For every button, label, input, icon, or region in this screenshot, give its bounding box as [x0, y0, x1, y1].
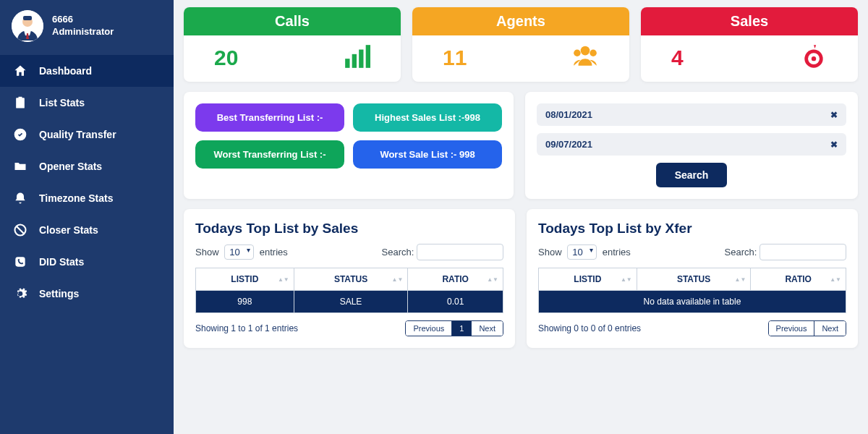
nav-opener-stats-label: Opener Stats: [39, 161, 102, 172]
kpi-sales-value: 4: [671, 46, 684, 70]
kpi-row: Calls 20 Agents 11 Sales 4: [184, 7, 858, 82]
profile-text: 6666 Administrator: [52, 14, 114, 38]
kpi-agents-value: 11: [443, 46, 467, 70]
target-icon: [800, 43, 827, 73]
cell-ratio: 0.01: [408, 291, 503, 313]
svg-point-11: [581, 46, 590, 56]
nav-list-stats[interactable]: List Stats: [0, 87, 174, 119]
table-row[interactable]: 998 SALE 0.01: [196, 291, 503, 313]
date-to-value: 09/07/2021: [545, 139, 592, 150]
col-status[interactable]: STATUS▲▼: [294, 268, 408, 291]
sales-page-1[interactable]: 1: [451, 321, 471, 336]
home-icon: [13, 64, 27, 78]
col-status[interactable]: STATUS▲▼: [637, 268, 751, 291]
cell-listid: 998: [196, 291, 294, 313]
col-listid[interactable]: LISTID▲▼: [196, 268, 294, 291]
nav-closer-stats[interactable]: Closer Stats: [0, 214, 174, 246]
svg-rect-6: [15, 257, 25, 266]
nav-closer-stats-label: Closer Stats: [39, 224, 98, 236]
nav: Dashboard List Stats Quality Transfer Op…: [0, 52, 174, 310]
sales-page-size-select[interactable]: 10: [224, 244, 254, 260]
worst-transfer-pill[interactable]: Worst Transferring List :-: [195, 140, 344, 169]
nav-opener-stats[interactable]: Opener Stats: [0, 150, 174, 182]
phone-icon: [13, 255, 27, 269]
highest-sales-pill[interactable]: Highest Sales List :-998: [353, 103, 502, 132]
xfer-next-button[interactable]: Next: [814, 321, 846, 336]
search-label: Search:: [725, 247, 757, 258]
sidebar: 6666 Administrator Dashboard List Stats …: [0, 0, 174, 434]
svg-line-5: [17, 226, 24, 234]
xfer-page-size-select[interactable]: 10: [567, 244, 597, 260]
sales-table-title: Todays Top List by Sales: [195, 221, 503, 237]
nav-did-stats[interactable]: DID Stats: [0, 246, 174, 278]
sales-search-control: Search:: [382, 244, 503, 260]
sort-icon: ▲▼: [487, 277, 498, 282]
profile-id: 6666: [52, 14, 114, 26]
kpi-sales-title: Sales: [641, 7, 858, 35]
col-ratio[interactable]: RATIO▲▼: [408, 268, 503, 291]
kpi-calls-title: Calls: [184, 7, 401, 35]
kpi-sales[interactable]: Sales 4: [641, 7, 858, 82]
cell-status: SALE: [294, 291, 408, 313]
worst-sale-pill[interactable]: Worst Sale List :- 998: [353, 140, 502, 169]
sales-pager: Previous 1 Next: [405, 320, 503, 336]
sales-table-info: Showing 1 to 1 of 1 entries: [195, 323, 298, 333]
sort-icon: ▲▼: [392, 277, 404, 282]
sales-next-button[interactable]: Next: [471, 321, 503, 336]
svg-point-12: [574, 50, 581, 57]
clear-from-icon[interactable]: ✖: [830, 110, 838, 120]
clipboard-icon: [13, 95, 27, 110]
nav-list-stats-label: List Stats: [39, 97, 85, 109]
sort-icon: ▲▼: [735, 277, 746, 282]
folder-icon: [13, 159, 27, 174]
nav-quality-transfer[interactable]: Quality Transfer: [0, 119, 174, 150]
sort-icon: ▲▼: [621, 277, 632, 282]
col-ratio[interactable]: RATIO▲▼: [751, 268, 846, 291]
nav-timezone-stats[interactable]: Timezone Stats: [0, 182, 174, 214]
bell-icon: [13, 191, 27, 205]
empty-row: No data available in table: [539, 291, 846, 313]
search-button[interactable]: Search: [656, 163, 728, 187]
kpi-calls-value: 20: [214, 46, 238, 70]
xfer-table: LISTID▲▼ STATUS▲▼ RATIO▲▼ No data availa…: [538, 268, 846, 313]
show-label: Show: [538, 247, 562, 258]
sales-length-control: Show 10 entries: [195, 244, 288, 260]
svg-rect-8: [352, 54, 357, 68]
gear-icon: [13, 286, 27, 301]
xfer-pager: Previous Next: [768, 320, 846, 336]
nav-timezone-stats-label: Timezone Stats: [39, 192, 113, 204]
col-listid[interactable]: LISTID▲▼: [539, 268, 637, 291]
date-to-input[interactable]: 09/07/2021 ✖: [537, 133, 846, 156]
sort-icon: ▲▼: [830, 277, 841, 282]
date-from-input[interactable]: 08/01/2021 ✖: [537, 103, 846, 126]
kpi-calls[interactable]: Calls 20: [184, 7, 401, 82]
filters-card: Best Transferring List :- Highest Sales …: [184, 92, 514, 199]
xfer-search-control: Search:: [725, 244, 846, 260]
profile-role: Administrator: [52, 26, 114, 38]
best-transfer-pill[interactable]: Best Transferring List :-: [195, 103, 344, 132]
avatar: [12, 10, 43, 42]
nav-dashboard[interactable]: Dashboard: [0, 55, 174, 87]
xfer-prev-button[interactable]: Previous: [769, 321, 814, 336]
xfer-search-input[interactable]: [760, 244, 846, 260]
ban-icon: [13, 223, 27, 237]
svg-rect-9: [359, 50, 363, 68]
sales-prev-button[interactable]: Previous: [406, 321, 451, 336]
sales-search-input[interactable]: [417, 244, 503, 260]
xfer-table-card: Todays Top List by Xfer Show 10 entries …: [527, 209, 858, 348]
kpi-agents[interactable]: Agents 11: [412, 7, 629, 82]
nav-settings[interactable]: Settings: [0, 278, 174, 310]
check-circle-icon: [13, 127, 27, 142]
entries-label: entries: [260, 247, 288, 258]
bar-chart-icon: [343, 43, 370, 73]
main-content: Calls 20 Agents 11 Sales 4: [174, 0, 868, 434]
xfer-length-control: Show 10 entries: [538, 244, 631, 260]
search-label: Search:: [382, 247, 414, 258]
nav-did-stats-label: DID Stats: [39, 256, 84, 268]
xfer-table-info: Showing 0 to 0 of 0 entries: [538, 323, 641, 333]
sort-icon: ▲▼: [278, 277, 289, 282]
entries-label: entries: [603, 247, 631, 258]
show-label: Show: [195, 247, 219, 258]
profile-block: 6666 Administrator: [0, 0, 174, 52]
clear-to-icon[interactable]: ✖: [830, 140, 838, 150]
